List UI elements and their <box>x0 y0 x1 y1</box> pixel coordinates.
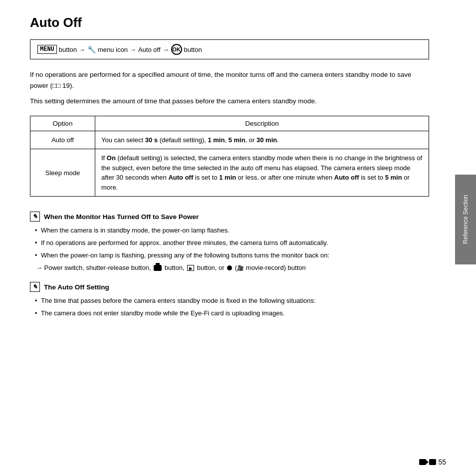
nav-arrow-1: → <box>79 46 85 53</box>
note-block-1: ✎ When the Monitor Has Turned Off to Sav… <box>30 212 429 273</box>
table-row: Sleep mode If On (default setting) is se… <box>30 149 429 197</box>
note-heading-2: The Auto Off Setting <box>44 283 109 291</box>
page-icon <box>419 459 436 465</box>
ok-button-icon: OK <box>171 44 182 55</box>
note-heading-1: When the Monitor Has Turned Off to Save … <box>44 213 199 221</box>
note-icon-1: ✎ <box>30 212 40 222</box>
page-title: Auto Off <box>30 15 429 30</box>
nav-arrow-3: → <box>163 46 169 53</box>
sidebar-label: Reference Section <box>455 175 476 264</box>
play-icon: ▶ <box>187 265 194 271</box>
table-header-option: Option <box>30 116 95 131</box>
page-number-text: 55 <box>438 458 446 466</box>
menu-tag: MENU <box>37 45 57 54</box>
list-item: When the power-on lamp is flashing, pres… <box>35 250 429 261</box>
notes-section: ✎ When the Monitor Has Turned Off to Sav… <box>30 212 429 319</box>
circle-icon <box>227 265 232 270</box>
wrench-icon: 🔧 <box>87 45 96 53</box>
list-item: If no operations are performed for appro… <box>35 238 429 248</box>
nav-button-label-2: button <box>184 46 202 53</box>
list-item: The camera does not enter standby mode w… <box>35 308 429 319</box>
note-2-bullets: The time that passes before the camera e… <box>30 296 429 319</box>
table-cell-option-2: Sleep mode <box>30 149 95 197</box>
table-cell-desc-2: If On (default setting) is selected, the… <box>95 149 429 197</box>
options-table: Option Description Auto off You can sele… <box>30 116 429 197</box>
camera-icon <box>154 265 162 271</box>
nav-button-label: button <box>59 46 77 53</box>
nav-auto-off-text: Auto off <box>138 46 161 53</box>
intro-paragraph-1: If no operations are performed for a spe… <box>30 69 429 91</box>
note-1-bullets: When the camera is in standby mode, the … <box>30 226 429 260</box>
table-cell-desc-1: You can select 30 s (default setting), 1… <box>95 131 429 149</box>
nav-bar: MENU button → 🔧 menu icon → Auto off → O… <box>30 39 429 59</box>
movie-icon: 🎥 <box>237 265 244 271</box>
arrow-line: → Power switch, shutter-release button, … <box>30 263 429 273</box>
page-number: 55 <box>419 458 446 466</box>
nav-menu-icon-label: menu icon <box>98 46 128 53</box>
note-block-2: ✎ The Auto Off Setting The time that pas… <box>30 282 429 319</box>
note-icon-2: ✎ <box>30 282 40 292</box>
table-header-description: Description <box>95 116 429 131</box>
note-title-2: ✎ The Auto Off Setting <box>30 282 429 292</box>
intro-paragraph-2: This setting determines the amount of ti… <box>30 96 429 107</box>
list-item: The time that passes before the camera e… <box>35 296 429 306</box>
note-title-1: ✎ When the Monitor Has Turned Off to Sav… <box>30 212 429 222</box>
table-cell-option-1: Auto off <box>30 131 95 149</box>
table-row: Auto off You can select 30 s (default se… <box>30 131 429 149</box>
nav-arrow-2: → <box>130 46 136 53</box>
list-item: When the camera is in standby mode, the … <box>35 226 429 236</box>
